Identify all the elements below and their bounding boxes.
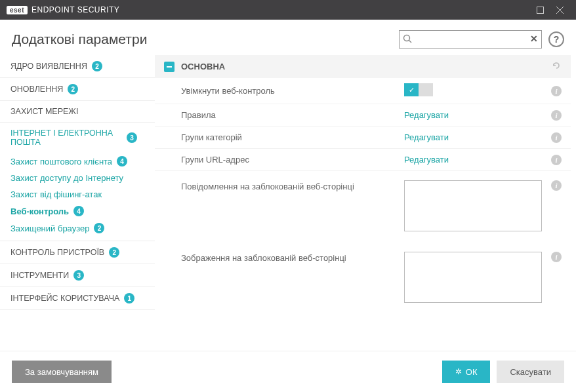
nav-badge: 3 — [73, 270, 84, 281]
sub-label: Веб-контроль — [10, 206, 69, 216]
titlebar: eset ENDPOINT SECURITY — [0, 0, 576, 20]
info-icon[interactable]: i — [551, 110, 562, 121]
help-button[interactable]: ? — [548, 31, 564, 47]
row-label: Групи URL-адрес — [181, 155, 404, 165]
collapse-icon[interactable] — [164, 62, 175, 72]
nav-badge: 1 — [124, 293, 134, 304]
nav-badge: 2 — [68, 84, 78, 94]
nav-user-interface[interactable]: ІНТЕРФЕЙС КОРИСТУВАЧА 1 — [0, 287, 155, 310]
sub-label: Захищений браузер — [10, 224, 89, 233]
row-label: Зображення на заблокованій веб-сторінці — [181, 252, 404, 263]
row-label: Повідомлення на заблокованій веб-сторінц… — [181, 180, 404, 191]
row-label: Групи категорій — [181, 132, 404, 142]
sub-secure-browser[interactable]: Захищений браузер 2 — [0, 220, 155, 237]
brand-badge: eset — [7, 6, 28, 14]
product-name: ENDPOINT SECURITY — [31, 5, 119, 14]
info-icon[interactable]: i — [551, 155, 562, 165]
sub-badge: 2 — [94, 223, 104, 233]
section-title: ОСНОВНА — [181, 62, 545, 71]
sub-badge: 4 — [73, 206, 84, 216]
info-icon[interactable]: i — [551, 132, 562, 143]
search-wrap: ✕ — [399, 30, 542, 49]
default-button[interactable]: За замовчуванням — [12, 361, 112, 383]
sub-label: Захист поштового клієнта — [10, 157, 112, 167]
nav-tools[interactable]: ІНСТРУМЕНТИ 3 — [0, 264, 155, 287]
row-label: Увімкнути веб-контроль — [181, 86, 404, 96]
ok-label: ОК — [466, 367, 478, 377]
nav-badge: 3 — [127, 132, 137, 143]
sidebar: ЯДРО ВИЯВЛЕННЯ 2 ОНОВЛЕННЯ 2 ЗАХИСТ МЕРЕ… — [0, 55, 155, 351]
window-maximize-button[interactable] — [530, 0, 550, 20]
edit-catgroups-link[interactable]: Редагувати — [404, 132, 449, 142]
info-icon[interactable]: i — [551, 86, 562, 96]
nav-device-control[interactable]: КОНТРОЛЬ ПРИСТРОЇВ 2 — [0, 241, 155, 264]
nav-badge: 2 — [109, 247, 119, 258]
nav-label: ІНТЕРФЕЙС КОРИСТУВАЧА — [10, 294, 119, 303]
sub-mail-client[interactable]: Захист поштового клієнта 4 — [0, 153, 155, 170]
nav-label: ІНТЕРНЕТ І ЕЛЕКТРОННА ПОШТА — [10, 128, 122, 147]
footer: За замовчуванням ✲ ОК Скасувати — [0, 351, 576, 392]
sub-web-control[interactable]: Веб-контроль 4 — [0, 203, 155, 220]
edit-rules-link[interactable]: Редагувати — [404, 110, 449, 120]
nav-detection-core[interactable]: ЯДРО ВИЯВЛЕННЯ 2 — [0, 55, 155, 78]
edit-urlgroups-link[interactable]: Редагувати — [404, 155, 449, 165]
row-label: Правила — [181, 110, 404, 120]
page-title: Додаткові параметри — [12, 31, 392, 47]
header: Додаткові параметри ✕ ? — [0, 20, 576, 55]
clear-search-icon[interactable]: ✕ — [530, 33, 538, 44]
row-enable-web-control: Увімкнути веб-контроль i — [155, 78, 571, 104]
section-header: ОСНОВНА — [155, 55, 571, 78]
app-logo: eset ENDPOINT SECURITY — [7, 5, 119, 14]
row-rules: Правила Редагувати i — [155, 104, 571, 127]
row-block-message: Повідомлення на заблокованій веб-сторінц… — [155, 171, 571, 243]
info-icon[interactable]: i — [551, 180, 562, 191]
nav-update[interactable]: ОНОВЛЕННЯ 2 — [0, 78, 155, 101]
nav-network-protection[interactable]: ЗАХИСТ МЕРЕЖІ — [0, 101, 155, 123]
gear-icon: ✲ — [455, 367, 462, 376]
window-close-button[interactable] — [550, 0, 569, 20]
search-icon — [403, 34, 412, 45]
svg-point-3 — [404, 35, 410, 41]
sub-badge: 4 — [117, 156, 127, 167]
svg-line-4 — [409, 41, 412, 43]
revert-icon[interactable] — [551, 60, 562, 73]
nav-label: ОНОВЛЕННЯ — [10, 85, 63, 94]
nav-internet-email[interactable]: ІНТЕРНЕТ І ЕЛЕКТРОННА ПОШТА 3 — [0, 123, 155, 153]
block-message-textarea[interactable] — [404, 180, 542, 231]
svg-rect-0 — [537, 7, 543, 13]
sub-label: Захист від фішинг-атак — [10, 189, 102, 199]
nav-label: ІНСТРУМЕНТИ — [10, 271, 69, 280]
nav-label: КОНТРОЛЬ ПРИСТРОЇВ — [10, 248, 104, 257]
ok-button[interactable]: ✲ ОК — [442, 361, 491, 383]
sub-web-access[interactable]: Захист доступу до Інтернету — [0, 170, 155, 186]
block-image-textarea[interactable] — [404, 252, 542, 303]
content-panel: ОСНОВНА Увімкнути веб-контроль i Правила… — [155, 55, 576, 351]
sub-label: Захист доступу до Інтернету — [10, 173, 123, 183]
nav-label: ЗАХИСТ МЕРЕЖІ — [10, 107, 78, 116]
toggle-web-control[interactable] — [404, 83, 433, 96]
nav-badge: 2 — [92, 61, 102, 71]
row-block-image: Зображення на заблокованій веб-сторінці … — [155, 243, 571, 314]
cancel-button[interactable]: Скасувати — [497, 361, 564, 383]
nav-label: ЯДРО ВИЯВЛЕННЯ — [10, 62, 87, 71]
row-url-groups: Групи URL-адрес Редагувати i — [155, 149, 571, 171]
row-category-groups: Групи категорій Редагувати i — [155, 127, 571, 149]
search-input[interactable] — [399, 30, 542, 49]
info-icon[interactable]: i — [551, 252, 562, 262]
sub-antiphishing[interactable]: Захист від фішинг-атак — [0, 186, 155, 203]
